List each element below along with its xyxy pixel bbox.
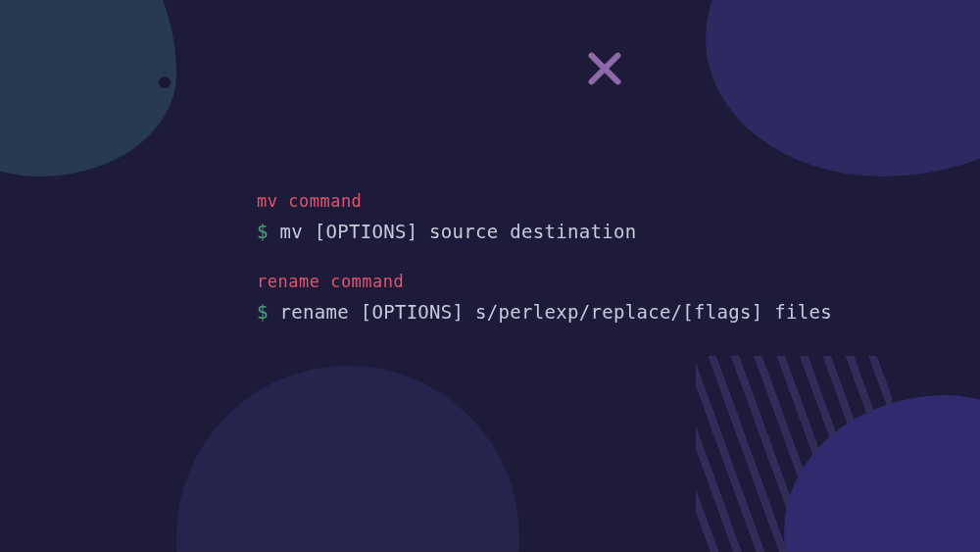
mv-command-block: mv command $ mv [OPTIONS] source destina… (257, 191, 832, 242)
prompt-symbol: $ (257, 221, 269, 242)
decorative-blob (706, 0, 980, 176)
command-line: $ rename [OPTIONS] s/perlexp/replace/[fl… (257, 301, 832, 323)
prompt-symbol: $ (257, 301, 269, 323)
code-content: mv command $ mv [OPTIONS] source destina… (257, 191, 832, 352)
command-text: mv [OPTIONS] source destination (280, 221, 637, 242)
command-label: mv command (257, 191, 832, 211)
rename-command-block: rename command $ rename [OPTIONS] s/perl… (257, 272, 832, 323)
decorative-blob (0, 0, 176, 176)
command-text: rename [OPTIONS] s/perlexp/replace/[flag… (280, 301, 832, 323)
command-line: $ mv [OPTIONS] source destination (257, 221, 832, 242)
command-label: rename command (257, 272, 832, 291)
decorative-dot (159, 76, 171, 88)
decorative-blob (176, 366, 519, 552)
cross-icon (583, 47, 626, 90)
